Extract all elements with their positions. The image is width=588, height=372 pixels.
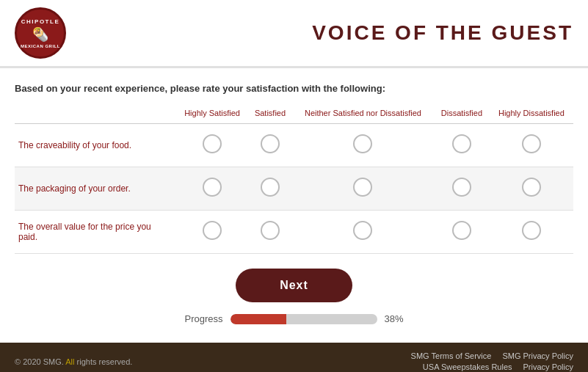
radio-value-satisfied[interactable] <box>261 221 280 240</box>
row-label-value: The overall value for the price you paid… <box>15 211 176 254</box>
logo-icon: 🌯 <box>32 26 49 43</box>
table-row: The overall value for the price you paid… <box>15 211 573 254</box>
footer-copyright: © 2020 SMG. All rights reserved. <box>15 357 132 366</box>
button-row: Next <box>15 269 573 302</box>
radio-cell <box>176 211 248 254</box>
radio-cell <box>490 167 573 211</box>
footer-rights: rights reserved. <box>75 357 133 366</box>
col-header-highly-satisfied: Highly Satisfied <box>176 105 248 124</box>
row-label-craveability: The craveability of your food. <box>15 124 176 167</box>
empty-header <box>15 105 176 124</box>
footer-links: SMG Terms of Service SMG Privacy Policy … <box>411 351 573 371</box>
footer-links-row-1: SMG Terms of Service SMG Privacy Policy <box>411 351 573 360</box>
radio-cell <box>490 211 573 254</box>
next-button[interactable]: Next <box>236 269 352 302</box>
row-label-packaging: The packaging of your order. <box>15 167 176 211</box>
radio-craveability-dissatisfied[interactable] <box>452 134 471 153</box>
radio-packaging-highly-dissatisfied[interactable] <box>522 178 541 197</box>
col-header-satisfied: Satisfied <box>248 105 292 124</box>
progress-label: Progress <box>184 313 222 324</box>
footer-highlight: All <box>64 357 75 366</box>
radio-packaging-dissatisfied[interactable] <box>452 178 471 197</box>
radio-cell <box>434 211 490 254</box>
header: CHIPOTLE 🌯 MEXICAN GRILL VOICE OF THE GU… <box>0 0 588 68</box>
radio-cell <box>292 211 434 254</box>
radio-craveability-highly-satisfied[interactable] <box>203 134 222 153</box>
footer-link-sweepstakes[interactable]: USA Sweepstakes Rules <box>423 362 512 371</box>
radio-packaging-satisfied[interactable] <box>261 178 280 197</box>
radio-cell <box>434 167 490 211</box>
radio-cell <box>248 167 292 211</box>
survey-instruction: Based on your recent experience, please … <box>15 83 573 94</box>
satisfaction-table: Highly Satisfied Satisfied Neither Satis… <box>15 105 573 254</box>
footer: © 2020 SMG. All rights reserved. SMG Ter… <box>0 343 588 372</box>
table-row: The packaging of your order. <box>15 167 573 211</box>
col-header-highly-dissatisfied: Highly Dissatisfied <box>490 105 573 124</box>
footer-link-privacy-smg[interactable]: SMG Privacy Policy <box>502 351 573 360</box>
radio-cell <box>176 167 248 211</box>
footer-links-row-2: USA Sweepstakes Rules Privacy Policy <box>423 362 573 371</box>
progress-bar-container <box>231 314 377 324</box>
progress-section: Progress 38% <box>15 313 573 324</box>
logo-bottom-text: MEXICAN GRILL <box>21 44 60 48</box>
logo-top-text: CHIPOTLE <box>21 18 59 25</box>
col-header-neither: Neither Satisfied nor Dissatisfied <box>292 105 434 124</box>
radio-cell <box>434 124 490 167</box>
radio-value-highly-dissatisfied[interactable] <box>522 221 541 240</box>
radio-cell <box>248 211 292 254</box>
radio-cell <box>248 124 292 167</box>
radio-packaging-neither[interactable] <box>353 178 372 197</box>
progress-percent-text: 38% <box>385 313 404 324</box>
radio-cell <box>490 124 573 167</box>
footer-link-privacy[interactable]: Privacy Policy <box>523 362 573 371</box>
col-header-dissatisfied: Dissatisfied <box>434 105 490 124</box>
radio-value-neither[interactable] <box>353 221 372 240</box>
progress-bar-fill <box>231 314 286 324</box>
radio-cell <box>292 124 434 167</box>
page-title: VOICE OF THE GUEST <box>312 21 573 45</box>
footer-link-terms[interactable]: SMG Terms of Service <box>411 351 492 360</box>
copyright-text: © 2020 SMG. <box>15 357 64 366</box>
radio-cell <box>292 167 434 211</box>
radio-value-dissatisfied[interactable] <box>452 221 471 240</box>
radio-value-highly-satisfied[interactable] <box>203 221 222 240</box>
chipotle-logo: CHIPOTLE 🌯 MEXICAN GRILL <box>15 7 66 59</box>
radio-craveability-satisfied[interactable] <box>261 134 280 153</box>
main-content: Based on your recent experience, please … <box>0 68 588 343</box>
radio-craveability-highly-dissatisfied[interactable] <box>522 134 541 153</box>
radio-craveability-neither[interactable] <box>353 134 372 153</box>
radio-packaging-highly-satisfied[interactable] <box>203 178 222 197</box>
radio-cell <box>176 124 248 167</box>
table-row: The craveability of your food. <box>15 124 573 167</box>
